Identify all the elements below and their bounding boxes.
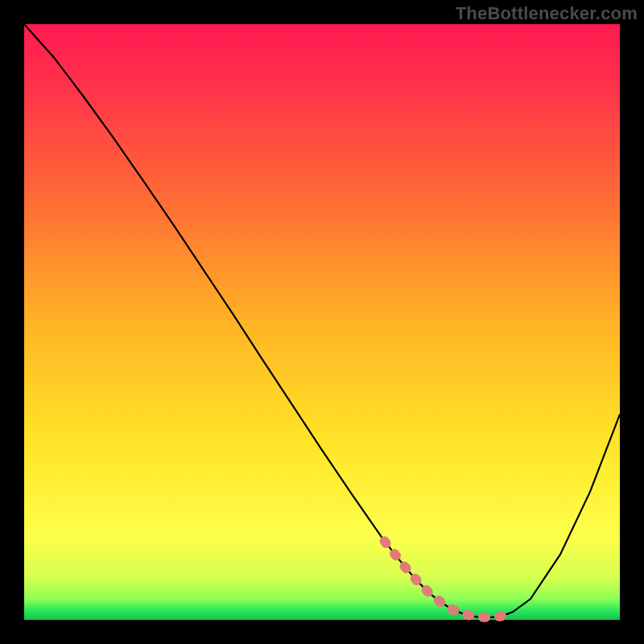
chart-container: TheBottlenecker.com — [0, 0, 644, 644]
watermark: TheBottlenecker.com — [456, 3, 638, 24]
bottleneck-chart — [0, 0, 644, 644]
plot-background — [24, 24, 620, 620]
